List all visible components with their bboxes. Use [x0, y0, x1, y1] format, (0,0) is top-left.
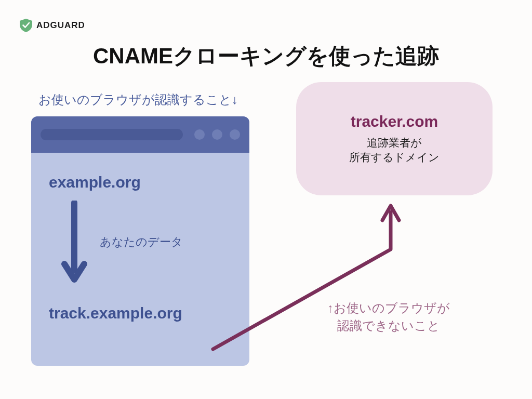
- arrow-down-icon: [61, 201, 87, 284]
- window-dot-icon: [212, 129, 222, 140]
- visited-domain: example.org: [49, 174, 232, 191]
- tracker-description-line1: 追跡業者が: [367, 137, 422, 149]
- browser-body: example.org あなたのデータ track.example.org: [31, 153, 249, 366]
- your-data-label: あなたのデータ: [100, 234, 183, 250]
- browser-cannot-see-label: ↑お使いのブラウザが 認識できないこと: [295, 299, 482, 334]
- brand-logo: ADGUARD: [20, 19, 85, 32]
- window-dot-icon: [194, 129, 205, 140]
- window-dot-icon: [230, 129, 240, 140]
- diagram-title: CNAMEクローキングを使った追跡: [0, 42, 532, 71]
- browser-window-dots: [194, 129, 240, 140]
- browser-address-bar: [41, 129, 183, 140]
- hidden-label-line2: 認識できないこと: [337, 318, 440, 332]
- tracker-domain: tracker.com: [351, 113, 438, 130]
- browser-window: example.org あなたのデータ track.example.org: [31, 116, 249, 366]
- hidden-label-line1: ↑お使いのブラウザが: [327, 301, 450, 315]
- tracker-description: 追跡業者が 所有するドメイン: [349, 136, 440, 165]
- shield-icon: [20, 19, 32, 32]
- brand-name: ADGUARD: [36, 20, 85, 31]
- tracker-card: tracker.com 追跡業者が 所有するドメイン: [296, 82, 493, 195]
- browser-titlebar: [31, 116, 249, 153]
- tracking-subdomain: track.example.org: [49, 304, 232, 322]
- browser-sees-label: お使いのブラウザが認識すること↓: [38, 91, 238, 108]
- tracker-description-line2: 所有するドメイン: [349, 151, 440, 163]
